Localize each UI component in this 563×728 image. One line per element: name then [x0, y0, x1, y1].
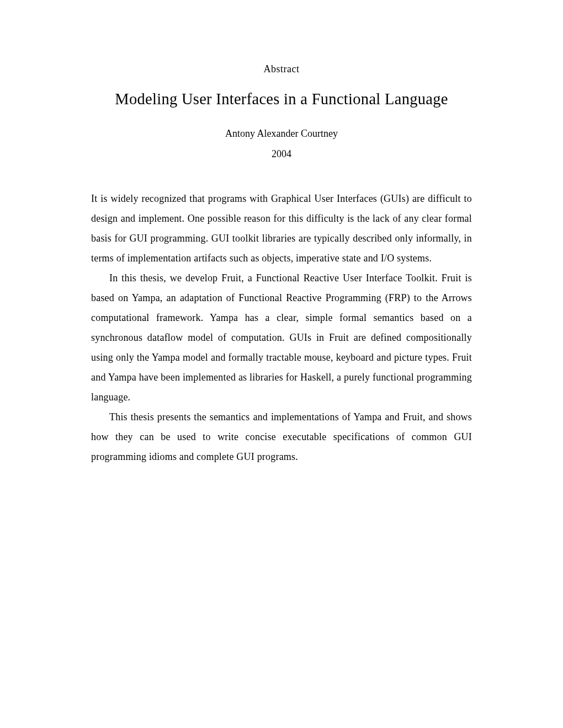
- abstract-body: It is widely recognized that programs wi…: [91, 189, 472, 467]
- page-title: Modeling User Interfaces in a Functional…: [91, 90, 472, 108]
- publication-year: 2004: [91, 148, 472, 160]
- document-page: Abstract Modeling User Interfaces in a F…: [0, 0, 563, 728]
- paragraph-3: This thesis presents the semantics and i…: [91, 407, 472, 467]
- abstract-label: Abstract: [91, 63, 472, 75]
- author-name: Antony Alexander Courtney: [91, 128, 472, 140]
- paragraph-1: It is widely recognized that programs wi…: [91, 189, 472, 268]
- paragraph-2: In this thesis, we develop Fruit, a Func…: [91, 268, 472, 407]
